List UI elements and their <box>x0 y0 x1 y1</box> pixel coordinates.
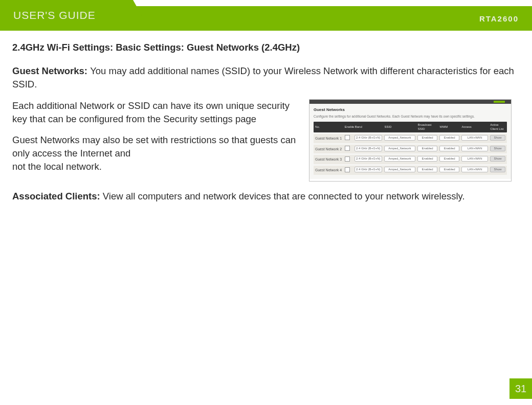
text-associated-clients: View all computers and network devices t… <box>103 191 465 201</box>
cell-access: LAN+WAN <box>461 156 488 163</box>
cell-active-clients: Show <box>490 156 505 163</box>
cell-broadcast: Enabled <box>417 167 437 174</box>
lead-associated-clients: Associated Clients: <box>12 191 103 201</box>
th-no: No. <box>315 125 343 129</box>
cell-no: Guest Network 4 <box>315 168 343 173</box>
cell-band: 2.4 GHz (B+G+N) <box>354 167 382 174</box>
cell-broadcast: Enabled <box>417 156 437 163</box>
cell-ssid: Amped_Network <box>384 167 415 174</box>
cell-band: 2.4 GHz (B+G+N) <box>354 156 382 163</box>
cell-active-clients: Show <box>490 135 505 142</box>
cell-band: 2.4 GHz (B+G+N) <box>354 146 382 153</box>
checkbox-icon <box>345 156 350 162</box>
th-ssid: SSID <box>384 125 415 129</box>
cell-wmm: Enabled <box>439 135 459 142</box>
th-enable: Enable <box>345 125 353 129</box>
cell-no: Guest Network 1 <box>315 136 343 141</box>
checkbox-icon <box>345 167 350 172</box>
restrictions-line2: not the local network. <box>12 161 102 172</box>
cell-active-clients: Show <box>490 167 505 174</box>
th-band: Band <box>355 125 383 129</box>
section-title: 2.4GHz Wi-Fi Settings: Basic Settings: G… <box>12 41 520 54</box>
paragraph-guest-networks: Guest Networks: You may add additional n… <box>12 64 520 91</box>
cell-access: LAN+WAN <box>461 135 488 142</box>
page-header: USER'S GUIDE RTA2600 <box>0 0 532 31</box>
cell-wmm: Enabled <box>439 167 459 174</box>
cell-ssid: Amped_Network <box>384 146 415 153</box>
checkbox-icon <box>345 146 350 151</box>
paragraph-ssid-security: Each additional Network or SSID can have… <box>12 99 299 126</box>
cell-no: Guest Network 3 <box>315 157 343 162</box>
table-row: Guest Network 22.4 GHz (B+G+N)Amped_Netw… <box>314 145 507 154</box>
cell-enable <box>345 146 352 152</box>
page-content: 2.4GHz Wi-Fi Settings: Basic Settings: G… <box>0 31 532 203</box>
th-access: Access <box>461 125 488 129</box>
cell-active-clients: Show <box>490 146 505 153</box>
screenshot-subtitle: Configure the settings for additional Gu… <box>314 114 507 119</box>
restrictions-line1: Guest Networks may also be set with rest… <box>12 134 296 159</box>
table-row: Guest Network 32.4 GHz (B+G+N)Amped_Netw… <box>314 155 507 164</box>
cell-broadcast: Enabled <box>417 135 437 142</box>
screenshot-topbar <box>309 100 511 104</box>
table-row: Guest Network 12.4 GHz (B+G+N)Amped_Netw… <box>314 134 507 143</box>
th-wmm: WMM <box>440 125 460 129</box>
cell-band: 2.4 GHz (B+G+N) <box>354 135 382 142</box>
cell-enable <box>345 156 352 163</box>
cell-enable <box>345 135 352 142</box>
cell-ssid: Amped_Network <box>384 156 415 163</box>
cell-broadcast: Enabled <box>417 146 437 153</box>
screenshot-guest-networks: Guest Networks Configure the settings fo… <box>309 99 512 182</box>
cell-no: Guest Network 2 <box>315 147 343 152</box>
cell-wmm: Enabled <box>439 146 459 153</box>
cell-wmm: Enabled <box>439 156 459 163</box>
checkbox-icon <box>345 135 350 140</box>
cell-access: LAN+WAN <box>461 146 488 153</box>
screenshot-title: Guest Networks <box>314 107 507 112</box>
product-model: RTA2600 <box>479 14 519 23</box>
lead-guest-networks: Guest Networks: <box>12 65 90 76</box>
cell-enable <box>345 167 352 174</box>
cell-access: LAN+WAN <box>461 167 488 174</box>
screenshot-table-header: No. Enable Band SSID Broadcast SSID WMM … <box>314 122 507 132</box>
guide-title: USER'S GUIDE <box>13 9 96 21</box>
th-broadcast: Broadcast SSID <box>418 123 438 131</box>
th-active-clients: Active Client List <box>490 123 505 131</box>
table-row: Guest Network 42.4 GHz (B+G+N)Amped_Netw… <box>314 166 507 175</box>
cell-ssid: Amped_Network <box>384 135 415 142</box>
paragraph-associated-clients: Associated Clients: View all computers a… <box>12 190 520 203</box>
paragraph-restrictions: Guest Networks may also be set with rest… <box>12 133 299 173</box>
page-number-badge: 31 <box>509 378 532 399</box>
